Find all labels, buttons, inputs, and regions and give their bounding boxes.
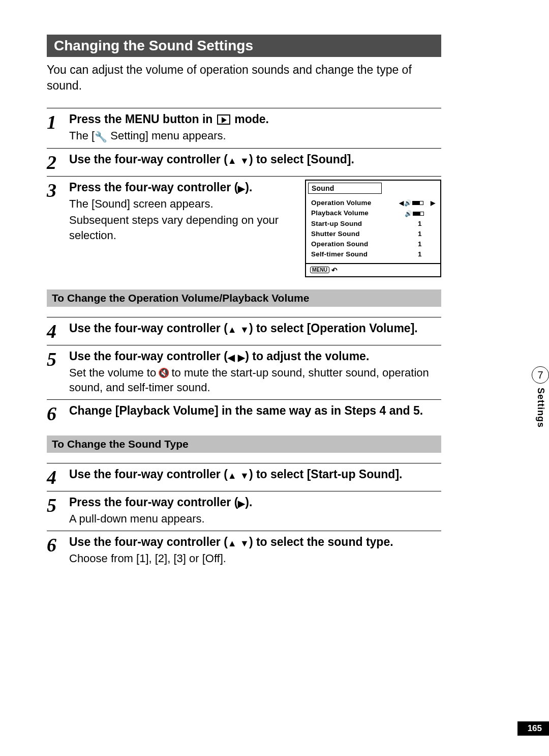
step-desc: Subsequent steps vary depending on your … bbox=[69, 213, 296, 243]
text: Use the four-way controller ( bbox=[69, 322, 228, 335]
text: ) to select the sound type. bbox=[249, 535, 393, 548]
sub-header-soundtype: To Change the Sound Type bbox=[47, 435, 441, 453]
volume-icon: 🔊 bbox=[404, 198, 423, 208]
step-4b: 4 Use the four-way controller (▲ ▼) to s… bbox=[47, 463, 441, 487]
menu-button-label: MENU bbox=[310, 267, 329, 273]
up-triangle-icon: ▲ bbox=[228, 325, 237, 335]
step-number: 6 bbox=[47, 403, 69, 423]
down-triangle-icon: ▼ bbox=[240, 471, 249, 481]
text: Set the volume to bbox=[69, 366, 159, 379]
lcd-value: 1 bbox=[418, 239, 435, 249]
step-number: 5 bbox=[47, 495, 69, 527]
mute-icon bbox=[159, 369, 168, 378]
back-arrow-icon: ↶ bbox=[331, 266, 338, 274]
text: Use the four-way controller ( bbox=[69, 468, 228, 481]
lcd-row: Playback Volume 🔊 bbox=[311, 208, 435, 218]
step-number: 4 bbox=[47, 321, 69, 341]
left-triangle-icon: ◀ bbox=[228, 353, 235, 363]
up-triangle-icon: ▲ bbox=[228, 471, 237, 481]
lcd-row: Operation Volume ◀ 🔊 ▶ bbox=[311, 198, 435, 208]
text: ). bbox=[245, 181, 252, 194]
step-title: Press the four-way controller (▶). bbox=[69, 180, 296, 195]
lcd-footer: MENU ↶ bbox=[306, 264, 440, 276]
step-3: 3 Press the four-way controller (▶). The… bbox=[47, 176, 441, 277]
text: button in bbox=[160, 112, 216, 126]
lcd-label: Operation Sound bbox=[311, 239, 418, 249]
step-title: Press the MENU button in mode. bbox=[69, 111, 441, 127]
lcd-label: Self-timer Sound bbox=[311, 249, 418, 259]
step-title: Use the four-way controller (▲ ▼) to sel… bbox=[69, 467, 441, 482]
step-6a: 6 Change [Playback Volume] in the same w… bbox=[47, 399, 441, 423]
step-desc: A pull-down menu appears. bbox=[69, 511, 441, 527]
step-title: Use the four-way controller (▲ ▼) to sel… bbox=[69, 321, 441, 336]
text: Press the bbox=[69, 112, 125, 126]
text: ) to adjust the volume. bbox=[245, 350, 369, 363]
step-number: 2 bbox=[47, 152, 69, 172]
lcd-label: Operation Volume bbox=[311, 198, 399, 208]
step-title: Use the four-way controller (▲ ▼) to sel… bbox=[69, 534, 441, 550]
step-number: 6 bbox=[47, 534, 69, 566]
text: ) to select [Start-up Sound]. bbox=[249, 468, 403, 481]
step-number: 5 bbox=[47, 348, 69, 395]
wrench-icon: 🔧 bbox=[95, 130, 107, 144]
step-6b: 6 Use the four-way controller (▲ ▼) to s… bbox=[47, 531, 441, 566]
left-arrow-icon: ◀ bbox=[399, 198, 404, 208]
text: Use the four-way controller ( bbox=[69, 535, 228, 548]
lcd-label: Start-up Sound bbox=[311, 219, 418, 229]
page-number: 165 bbox=[517, 721, 549, 736]
step-5a: 5 Use the four-way controller (◀ ▶) to a… bbox=[47, 345, 441, 395]
down-triangle-icon: ▼ bbox=[240, 538, 249, 548]
lcd-row: Shutter Sound 1 bbox=[311, 229, 435, 239]
lcd-value: 1 bbox=[418, 229, 435, 239]
text: Use the four-way controller ( bbox=[69, 153, 228, 166]
step-desc: The [Sound] screen appears. bbox=[69, 196, 296, 212]
step-title: Use the four-way controller (◀ ▶) to adj… bbox=[69, 348, 441, 364]
right-triangle-icon: ▶ bbox=[238, 184, 245, 194]
step-4a: 4 Use the four-way controller (▲ ▼) to s… bbox=[47, 317, 441, 341]
section-header: Changing the Sound Settings bbox=[47, 35, 441, 57]
lcd-value: 1 bbox=[418, 219, 435, 229]
side-tab: 7 Settings bbox=[532, 366, 549, 428]
lcd-title: Sound bbox=[308, 183, 382, 194]
text: Press the four-way controller ( bbox=[69, 181, 238, 194]
step-title: Press the four-way controller (▶). bbox=[69, 495, 441, 510]
up-triangle-icon: ▲ bbox=[228, 156, 237, 166]
step-1: 1 Press the MENU button in mode. The [🔧 … bbox=[47, 108, 441, 144]
text: ) to select [Operation Volume]. bbox=[249, 322, 418, 335]
lcd-value: 1 bbox=[418, 249, 435, 259]
menu-label: MENU bbox=[125, 112, 160, 126]
step-title: Change [Playback Volume] in the same way… bbox=[69, 403, 441, 419]
down-triangle-icon: ▼ bbox=[240, 325, 249, 335]
chapter-label: Settings bbox=[535, 388, 546, 428]
step-number: 4 bbox=[47, 467, 69, 487]
step-desc: Choose from [1], [2], [3] or [Off]. bbox=[69, 551, 441, 566]
text: Press the four-way controller ( bbox=[69, 496, 238, 509]
step-number: 3 bbox=[47, 180, 69, 277]
lcd-label: Shutter Sound bbox=[311, 229, 418, 239]
step-desc: The [🔧 Setting] menu appears. bbox=[69, 128, 441, 144]
lcd-label: Playback Volume bbox=[311, 208, 405, 218]
volume-icon: 🔊 bbox=[405, 209, 424, 218]
lcd-screen: Sound Operation Volume ◀ 🔊 ▶ Playback Vo… bbox=[305, 180, 441, 277]
step-5b: 5 Press the four-way controller (▶). A p… bbox=[47, 491, 441, 527]
playback-mode-icon bbox=[217, 114, 230, 125]
right-arrow-icon: ▶ bbox=[431, 198, 435, 208]
text: mode. bbox=[231, 112, 269, 126]
chapter-number: 7 bbox=[532, 366, 549, 384]
text: Setting] menu appears. bbox=[107, 129, 226, 142]
text: ). bbox=[245, 496, 252, 509]
step-number: 1 bbox=[47, 111, 69, 144]
right-triangle-icon: ▶ bbox=[238, 499, 245, 509]
up-triangle-icon: ▲ bbox=[228, 538, 237, 548]
intro-text: You can adjust the volume of operation s… bbox=[47, 62, 441, 94]
sub-header-volume: To Change the Operation Volume/Playback … bbox=[47, 289, 441, 307]
step-title: Use the four-way controller (▲ ▼) to sel… bbox=[69, 152, 441, 167]
lcd-row: Operation Sound 1 bbox=[311, 239, 435, 249]
down-triangle-icon: ▼ bbox=[240, 156, 249, 166]
step-desc: Set the volume to to mute the start-up s… bbox=[69, 365, 441, 395]
right-triangle-icon: ▶ bbox=[238, 353, 245, 363]
lcd-row: Start-up Sound 1 bbox=[311, 219, 435, 229]
text: ) to select [Sound]. bbox=[249, 153, 354, 166]
step-2: 2 Use the four-way controller (▲ ▼) to s… bbox=[47, 148, 441, 172]
text: The [ bbox=[69, 129, 95, 142]
